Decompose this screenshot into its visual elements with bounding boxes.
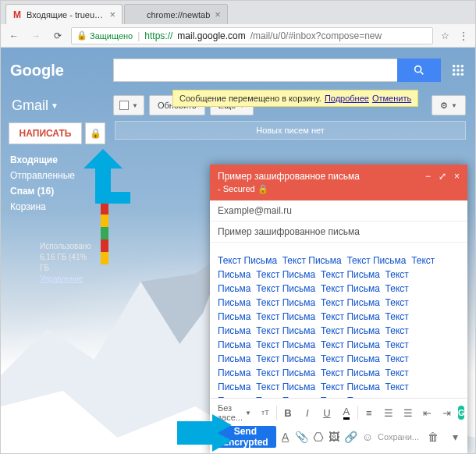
url-host: mail.google.com xyxy=(177,30,245,41)
annotation-arrow xyxy=(177,414,232,452)
svg-point-3 xyxy=(415,66,421,73)
format-toolbar: Без засе... ▼ тТ B I U A ≡ ☰ ☰ ⇤ ⇥ G xyxy=(215,402,463,424)
storage-info: Использовано 6,16 ГБ (41% ГБ Управление xyxy=(40,241,105,285)
minimize-icon[interactable]: − xyxy=(425,171,431,182)
svg-point-12 xyxy=(456,73,460,76)
notice-text: Сообщение перемещено в корзину. xyxy=(179,94,321,103)
grammarly-icon[interactable]: G xyxy=(458,406,465,420)
lock-icon: 🔒 xyxy=(90,128,101,139)
url-input[interactable]: 🔒 Защищено | https://mail.google.com/mai… xyxy=(71,27,433,44)
notice-more-link[interactable]: Подробнее xyxy=(325,94,369,103)
compose-secure-button[interactable]: 🔒 xyxy=(85,122,105,144)
chevron-down-icon: ▼ xyxy=(132,102,138,109)
reload-button[interactable]: ⟳ xyxy=(49,27,66,44)
browser-tab-active[interactable]: M Входящие - trueundelet × xyxy=(5,4,123,24)
star-icon[interactable]: ☆ xyxy=(438,30,452,41)
emoji-icon[interactable]: ☺ xyxy=(362,429,373,445)
svg-point-7 xyxy=(461,65,464,68)
search-input[interactable] xyxy=(113,59,397,82)
chevron-down-icon: ▼ xyxy=(245,410,251,417)
gear-icon: ⚙ xyxy=(440,101,448,111)
indent-less-button[interactable]: ⇤ xyxy=(419,404,436,421)
tab-title: Входящие - trueundelet xyxy=(27,10,105,20)
to-field[interactable]: Example@mail.ru xyxy=(210,200,467,222)
annotation-arrow xyxy=(83,149,130,204)
italic-button[interactable]: I xyxy=(299,404,316,421)
lock-icon: 🔒 xyxy=(76,30,87,41)
secure-label: Защищено xyxy=(90,31,133,41)
compose-header[interactable]: Пример зашифрованное письма - Secured 🔒 … xyxy=(210,165,467,200)
lock-icon: 🔒 xyxy=(258,183,268,194)
gmail-brand-label: Gmail xyxy=(12,98,48,114)
google-logo[interactable]: Google xyxy=(10,62,104,80)
trash-icon[interactable]: 🗑 xyxy=(425,429,441,445)
settings-button[interactable]: ⚙ ▼ xyxy=(432,95,466,115)
chevron-down-icon: ▼ xyxy=(451,102,457,109)
close-icon[interactable]: × xyxy=(109,9,115,20)
saved-label: Сохрани... xyxy=(378,432,419,442)
svg-point-8 xyxy=(453,69,456,72)
formatting-icon[interactable]: A xyxy=(281,429,290,445)
bold-button[interactable]: B xyxy=(279,404,297,421)
search-button[interactable] xyxy=(397,59,441,82)
gmail-brand[interactable]: Gmail ▼ xyxy=(12,98,105,114)
storage-manage-link[interactable]: Управление xyxy=(40,275,83,283)
chevron-down-icon: ▼ xyxy=(51,101,59,110)
browser-tabbar: M Входящие - trueundelet × chrome://newt… xyxy=(1,1,475,24)
close-icon[interactable]: × xyxy=(215,9,221,20)
drive-icon[interactable] xyxy=(313,429,324,445)
blank-favicon xyxy=(131,9,142,20)
expand-icon[interactable]: ⤢ xyxy=(439,171,446,182)
empty-inbox-message: Новых писем нет xyxy=(115,121,466,140)
separator xyxy=(276,406,277,420)
svg-line-4 xyxy=(421,72,423,74)
numbered-list-button[interactable]: ☰ xyxy=(380,404,397,421)
gmail-topbar: Google xyxy=(1,48,475,93)
svg-point-6 xyxy=(456,65,460,68)
svg-marker-14 xyxy=(83,149,130,204)
notice-banner: Сообщение перемещено в корзину. Подробне… xyxy=(172,90,418,107)
align-button[interactable]: ≡ xyxy=(361,404,378,421)
attach-icon[interactable]: 📎 xyxy=(295,429,308,445)
svg-point-13 xyxy=(461,73,464,76)
more-icon[interactable]: ▾ xyxy=(447,429,463,445)
photo-icon[interactable]: 🖼 xyxy=(329,429,339,445)
tab-title: chrome://newtab xyxy=(147,10,210,20)
svg-point-11 xyxy=(453,73,456,76)
svg-marker-16 xyxy=(314,433,323,442)
secure-badge: 🔒 Защищено xyxy=(76,30,133,41)
svg-marker-15 xyxy=(177,414,232,452)
svg-point-9 xyxy=(456,69,460,72)
search-wrap xyxy=(113,59,441,82)
forward-button: → xyxy=(27,27,44,44)
subject-field[interactable]: Пример зашифрованное письма xyxy=(210,222,467,243)
search-icon xyxy=(413,64,425,76)
indent-more-button[interactable]: ⇥ xyxy=(439,404,456,421)
menu-icon[interactable]: ⋮ xyxy=(456,30,471,41)
separator xyxy=(357,406,358,420)
bullet-list-button[interactable]: ☰ xyxy=(400,404,417,421)
storage-line2: ГБ xyxy=(40,263,105,274)
link-icon[interactable]: 🔗 xyxy=(344,429,357,445)
compose-body[interactable]: Текст Письма Текст Письма Текст Письма Т… xyxy=(210,243,467,398)
text-color-button[interactable]: A xyxy=(338,404,355,421)
apps-icon[interactable] xyxy=(450,62,466,78)
compose-button[interactable]: НАПИСАТЬ xyxy=(9,122,82,144)
underline-button[interactable]: U xyxy=(318,404,336,421)
url-protocol: https:// xyxy=(144,30,172,41)
font-size-button[interactable]: тТ xyxy=(257,404,274,421)
gmail-favicon: M xyxy=(12,9,22,20)
storage-line1: Использовано 6,16 ГБ (41% xyxy=(40,241,105,263)
back-button[interactable]: ← xyxy=(5,27,23,44)
close-icon[interactable]: × xyxy=(454,171,460,182)
checkbox-icon xyxy=(119,101,129,110)
compose-title: Пример зашифрованное письма xyxy=(218,171,425,183)
send-row: Send Encrypted A 📎 🖼 🔗 ☺ Сохрани... 🗑 ▾ xyxy=(215,425,463,449)
browser-tab[interactable]: chrome://newtab × xyxy=(124,4,228,24)
compose-footer: Без засе... ▼ тТ B I U A ≡ ☰ ☰ ⇤ ⇥ G xyxy=(210,398,467,453)
svg-point-5 xyxy=(453,65,456,68)
select-all-button[interactable]: ▼ xyxy=(113,95,144,115)
notice-undo-link[interactable]: Отменить xyxy=(372,94,411,103)
svg-point-10 xyxy=(461,69,464,72)
compose-window: Пример зашифрованное письма - Secured 🔒 … xyxy=(210,165,467,453)
